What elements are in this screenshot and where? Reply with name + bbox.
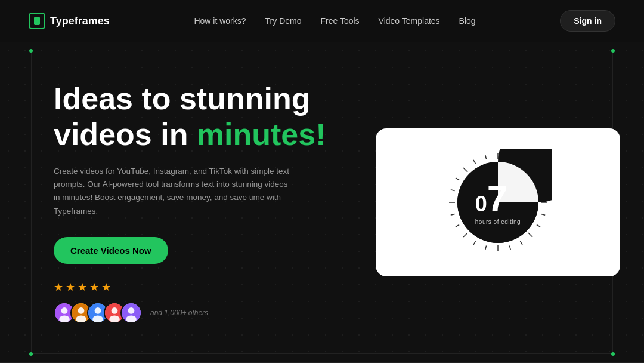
nav-video-templates[interactable]: Video Templates [379, 16, 440, 26]
svg-line-29 [473, 241, 476, 245]
svg-point-8 [92, 315, 103, 322]
others-text: and 1,000+ others [150, 309, 208, 317]
create-videos-button[interactable]: Create Videos Now [54, 237, 168, 264]
svg-point-10 [112, 307, 118, 314]
timer-number: 07 [475, 180, 521, 217]
hero-content: Ideas to stunning videos in minutes! Cre… [0, 42, 644, 362]
svg-point-11 [109, 315, 120, 322]
navbar: Typeframes How it works? Try Demo Free T… [0, 0, 644, 42]
svg-point-5 [76, 315, 86, 322]
logo-icon-inner [34, 17, 40, 25]
svg-line-25 [521, 241, 523, 245]
svg-line-34 [451, 190, 455, 191]
star-rating: ★ ★ ★ ★ ★ [54, 281, 340, 294]
sign-in-button[interactable]: Sign in [560, 10, 615, 32]
logo-icon [29, 13, 45, 29]
svg-line-28 [485, 245, 487, 250]
hero-right: 07 hours of editing [376, 128, 620, 276]
avatar-5 [120, 302, 142, 324]
hero-title-highlight: minutes! [197, 117, 326, 152]
svg-line-38 [485, 155, 487, 159]
svg-point-14 [126, 315, 137, 322]
star-3: ★ [78, 281, 87, 294]
hero-title-part1: Ideas to stunning [54, 81, 310, 116]
svg-point-13 [128, 307, 135, 314]
timer-visual: 07 hours of editing [444, 149, 552, 256]
timer-seven: 7 [487, 180, 507, 217]
main-area: Ideas to stunning videos in minutes! Cre… [0, 42, 644, 363]
timer-label: hours of editing [475, 219, 521, 225]
star-4: ★ [89, 281, 99, 294]
svg-line-31 [456, 225, 459, 227]
svg-line-23 [537, 225, 540, 227]
svg-point-4 [78, 307, 85, 314]
nav-links: How it works? Try Demo Free Tools Video … [194, 16, 475, 26]
svg-line-24 [528, 233, 532, 237]
svg-line-32 [451, 214, 455, 215]
timer-zero: 0 [475, 193, 487, 215]
timer-center-text: 07 hours of editing [475, 180, 521, 225]
svg-line-26 [509, 245, 510, 250]
timer-card: 07 hours of editing [376, 128, 620, 276]
hero-description: Create videos for YouTube, Instagram, an… [54, 165, 292, 218]
nav-try-demo[interactable]: Try Demo [265, 16, 302, 26]
nav-free-tools[interactable]: Free Tools [320, 16, 359, 26]
svg-point-7 [95, 307, 101, 314]
nav-how-it-works[interactable]: How it works? [194, 16, 246, 26]
nav-blog[interactable]: Blog [459, 16, 476, 26]
star-1: ★ [54, 281, 63, 294]
hero-title: Ideas to stunning videos in minutes! [54, 81, 340, 153]
logo[interactable]: Typeframes [29, 13, 110, 29]
star-2: ★ [66, 281, 75, 294]
avatar-stack [54, 302, 142, 324]
star-5: ★ [101, 281, 111, 294]
svg-line-30 [463, 233, 467, 237]
svg-point-2 [59, 315, 70, 322]
svg-line-35 [456, 178, 459, 180]
avatars-row: and 1,000+ others [54, 302, 340, 324]
hero-title-part2: videos in [54, 117, 197, 152]
svg-point-1 [61, 307, 68, 314]
brand-name: Typeframes [50, 15, 110, 27]
svg-line-37 [473, 160, 476, 164]
svg-line-36 [463, 168, 467, 172]
hero-left: Ideas to stunning videos in minutes! Cre… [54, 81, 340, 324]
svg-line-22 [541, 214, 545, 215]
